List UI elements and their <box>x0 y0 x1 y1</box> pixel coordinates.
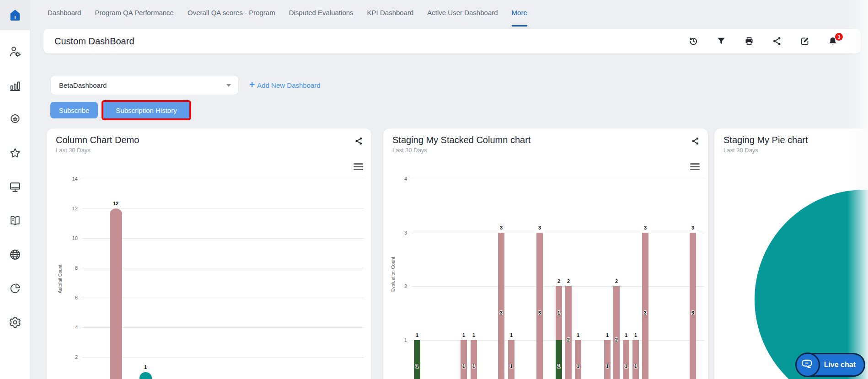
chart-bar-segment[interactable] <box>604 340 611 379</box>
bar-segment-label: 3 <box>492 310 510 315</box>
sidebar-item-quality[interactable] <box>9 113 21 126</box>
tab-more[interactable]: More <box>512 0 527 27</box>
y-tick-label: 2 <box>59 354 78 360</box>
bar-value-label: 1 <box>465 332 483 338</box>
chevron-down-icon <box>226 84 231 87</box>
bar-segment-label: 1 <box>465 363 483 369</box>
gridline <box>82 298 364 298</box>
top-nav: Dashboard Program QA Performance Overall… <box>30 0 868 27</box>
print-button[interactable] <box>744 36 754 46</box>
y-tick-label: 1 <box>389 337 407 343</box>
filter-button[interactable] <box>716 36 726 46</box>
chart-share-button[interactable] <box>691 137 700 145</box>
bar-value-label: 3 <box>492 225 510 230</box>
y-tick-label: 12 <box>59 206 78 211</box>
chart-bar-segment[interactable] <box>536 233 543 379</box>
globe-icon <box>9 248 21 261</box>
bar-value-label: 3 <box>684 225 702 230</box>
pie-chart-icon <box>9 282 21 295</box>
chat-bubble-icon <box>795 352 820 377</box>
bar-segment-label: 3 <box>684 310 702 315</box>
bar-value-label: 1 <box>502 332 520 338</box>
bar-segment-label: 1 <box>408 363 426 369</box>
subscribe-button[interactable]: Subscribe <box>50 102 98 118</box>
card-stacked-column-chart: 1234Evaluation Count11111133113311222111… <box>383 128 708 379</box>
share-icon <box>691 137 700 145</box>
tab-active-user-dashboard[interactable]: Active User Dashboard <box>427 0 498 27</box>
column-chart-plot: 2468101214Autofail Count121 <box>47 128 371 379</box>
card-pie-chart: Staging My Pie chart Last 30 Days <box>714 128 868 379</box>
sidebar-item-favorites[interactable] <box>9 147 21 160</box>
dashboard-select-value: BetaDashboard <box>59 81 107 89</box>
share-icon <box>354 137 363 145</box>
dashboard-select[interactable]: BetaDashboard <box>50 75 239 95</box>
edit-button[interactable] <box>800 36 810 46</box>
gridline <box>82 179 364 179</box>
print-icon <box>744 36 754 46</box>
plus-icon: + <box>249 80 255 89</box>
sidebar-item-home[interactable] <box>0 0 30 30</box>
y-tick-label: 14 <box>59 176 78 181</box>
notifications-button[interactable]: 3 <box>828 36 838 46</box>
home-icon <box>8 8 22 22</box>
history-icon <box>688 36 698 46</box>
chart-bar-segment[interactable] <box>623 340 629 379</box>
tab-kpi-dashboard[interactable]: KPI Dashboard <box>367 0 414 27</box>
sidebar-item-users[interactable] <box>9 45 21 58</box>
tab-overall-qa-scores[interactable]: Overall QA scores - Program <box>188 0 275 27</box>
chart-bar-segment[interactable] <box>508 340 514 379</box>
bar-value-label: 3 <box>530 225 549 230</box>
y-tick-label: 10 <box>59 235 78 241</box>
sidebar-item-reports[interactable] <box>9 79 21 92</box>
sidebar-item-settings[interactable] <box>9 316 21 329</box>
chart-bar-segment[interactable] <box>414 340 420 379</box>
gridline <box>412 179 704 179</box>
card-column-chart-demo: 2468101214Autofail Count121 Column Chart… <box>47 128 371 379</box>
live-chat-label: Live chat <box>824 361 856 369</box>
chart-bar-segment[interactable] <box>642 233 648 379</box>
bar-value-label: 2 <box>607 278 626 284</box>
page-title: Custom DashBoard <box>43 36 134 47</box>
sidebar-item-analytics[interactable] <box>9 282 21 295</box>
bar-value-label: 1 <box>136 364 155 370</box>
sidebar-item-library[interactable] <box>9 214 21 227</box>
chart-bar-segment[interactable] <box>498 233 504 379</box>
page-header: Custom DashBoard <box>43 29 861 53</box>
chart-bar-segment[interactable] <box>690 233 696 379</box>
y-tick-label: 4 <box>389 176 407 181</box>
chart-bar-segment[interactable] <box>139 372 152 379</box>
chart-bar-segment[interactable] <box>575 340 581 379</box>
add-new-dashboard-link[interactable]: + Add New Dashboard <box>249 75 321 95</box>
chart-bar-segment[interactable] <box>556 340 562 379</box>
gridline <box>82 357 364 358</box>
tab-disputed-evaluations[interactable]: Disputed Evaluations <box>289 0 354 27</box>
chart-subtitle: Last 30 Days <box>714 145 868 154</box>
badge-star-icon <box>9 113 21 126</box>
sidebar-item-workstation[interactable] <box>9 181 21 193</box>
live-chat-button[interactable]: Live chat <box>796 353 865 377</box>
bar-value-label: 12 <box>107 201 125 206</box>
gridline <box>82 208 364 209</box>
pie-slice[interactable] <box>755 190 868 379</box>
bar-value-label: 1 <box>569 332 587 338</box>
tab-dashboard[interactable]: Dashboard <box>48 0 81 27</box>
user-gear-icon <box>9 45 21 58</box>
chart-bar-segment[interactable] <box>110 208 122 379</box>
tab-program-qa-performance[interactable]: Program QA Performance <box>95 0 174 27</box>
chart-bar-segment[interactable] <box>461 340 467 379</box>
chart-context-menu-button[interactable] <box>354 163 363 170</box>
history-button[interactable] <box>688 36 698 46</box>
subscription-history-button[interactable]: Subscription History <box>103 102 189 118</box>
share-button[interactable] <box>772 36 782 46</box>
gridline <box>82 268 364 268</box>
chart-bar-segment[interactable] <box>632 340 639 379</box>
gridline <box>82 238 364 239</box>
bar-segment-label: 3 <box>636 310 654 315</box>
bar-value-label: 1 <box>408 332 426 338</box>
chart-share-button[interactable] <box>354 137 363 145</box>
chart-context-menu-button[interactable] <box>690 163 700 170</box>
filter-icon <box>716 36 726 46</box>
sidebar-item-web[interactable] <box>9 248 21 261</box>
chart-bar-segment[interactable] <box>471 340 477 379</box>
bar-value-label: 2 <box>559 278 578 284</box>
